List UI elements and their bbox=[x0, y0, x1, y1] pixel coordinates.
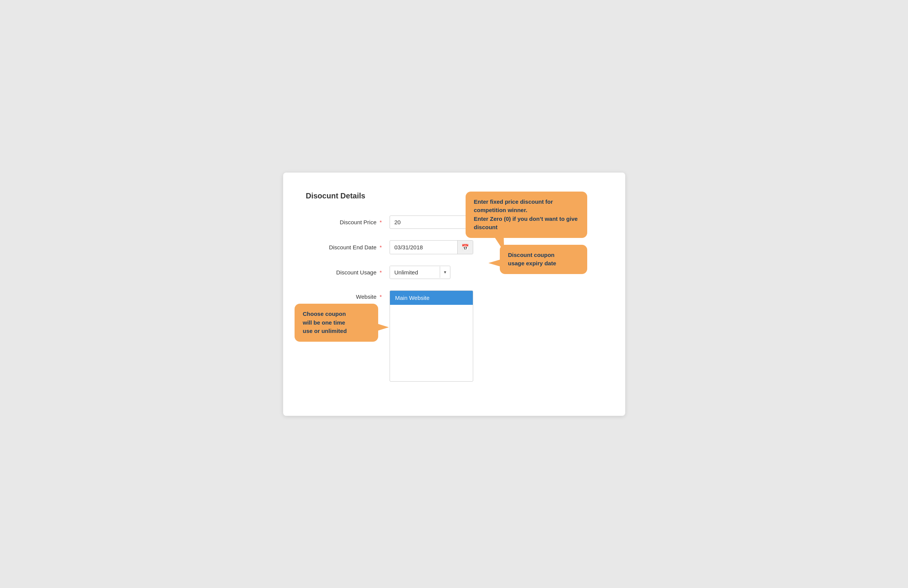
tooltip-expiry-date: Discount coupon usage expiry date bbox=[500, 245, 587, 274]
discount-usage-label: Discount Usage * bbox=[306, 269, 390, 275]
tooltip-coupon-line1: Choose coupon bbox=[303, 311, 346, 317]
website-listbox[interactable]: Main Website bbox=[390, 290, 473, 382]
tooltip-coupon-usage: Choose coupon will be one time use or un… bbox=[295, 304, 378, 342]
usage-select-wrapper: Unlimited One Time ▾ bbox=[390, 266, 451, 279]
tooltip-fixed-price-line2: Enter Zero (0) if you don’t want to give… bbox=[474, 216, 578, 231]
tooltip-expiry-line2: usage expiry date bbox=[508, 260, 556, 266]
discount-price-required: * bbox=[380, 219, 382, 226]
date-input-wrapper: 📅 bbox=[390, 240, 473, 254]
website-option-main[interactable]: Main Website bbox=[390, 291, 473, 305]
tooltip-expiry-line1: Discount coupon bbox=[508, 251, 555, 258]
tooltip-coupon-line2: will be one time bbox=[303, 319, 346, 326]
tooltip-coupon-line3: use or unlimited bbox=[303, 328, 347, 334]
website-required: * bbox=[380, 293, 382, 300]
select-arrow-icon: ▾ bbox=[440, 266, 450, 278]
discount-end-date-input[interactable] bbox=[390, 241, 457, 253]
calendar-icon-button[interactable]: 📅 bbox=[457, 241, 473, 254]
discount-usage-required: * bbox=[380, 269, 382, 275]
discount-price-label: Discount Price * bbox=[306, 219, 390, 226]
discount-details-card: Enter fixed price discount for competiti… bbox=[283, 172, 625, 416]
discount-end-date-required: * bbox=[380, 244, 382, 250]
tooltip-fixed-price: Enter fixed price discount for competiti… bbox=[465, 192, 587, 238]
website-label: Website * bbox=[306, 290, 390, 300]
discount-usage-select[interactable]: Unlimited One Time bbox=[390, 266, 440, 279]
discount-end-date-label: Discount End Date * bbox=[306, 244, 390, 250]
tooltip-fixed-price-line1: Enter fixed price discount for competiti… bbox=[474, 198, 553, 214]
